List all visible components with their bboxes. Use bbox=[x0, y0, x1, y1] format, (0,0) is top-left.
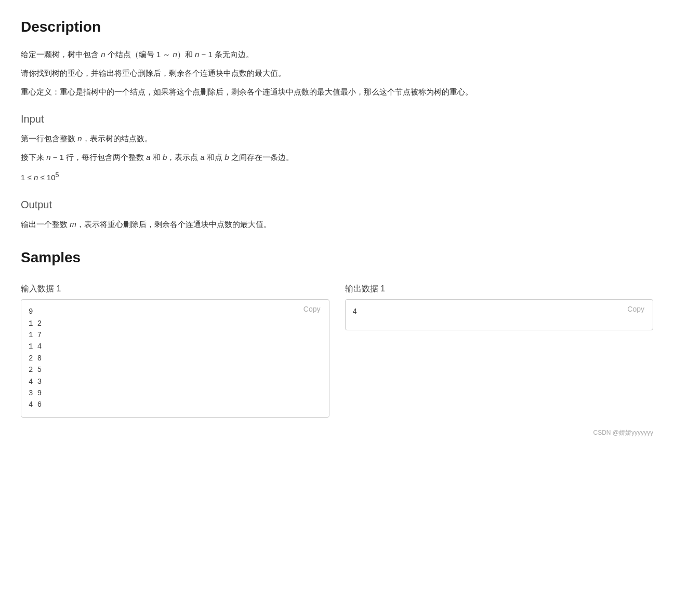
sample-output-col: 输出数据 1 Copy 4 bbox=[345, 282, 654, 331]
samples-title: Samples bbox=[21, 246, 653, 270]
description-block: 给定一颗树，树中包含 n 个结点（编号 1 ～ n）和 n − 1 条无向边。 … bbox=[21, 48, 653, 98]
description-para-2: 请你找到树的重心，并输出将重心删除后，剩余各个连通块中点数的最大值。 bbox=[21, 67, 653, 79]
input-para-1: 第一行包含整数 n，表示树的结点数。 bbox=[21, 132, 653, 145]
samples-section: Samples 输入数据 1 Copy 9 1 2 1 7 1 4 2 8 2 … bbox=[21, 246, 653, 418]
input-constraint: 1 ≤ n ≤ 105 bbox=[21, 170, 653, 184]
output-para-1: 输出一个整数 m，表示将重心删除后，剩余各个连通块中点数的最大值。 bbox=[21, 218, 653, 231]
output-block: 输出一个整数 m，表示将重心删除后，剩余各个连通块中点数的最大值。 bbox=[21, 218, 653, 231]
samples-grid: 输入数据 1 Copy 9 1 2 1 7 1 4 2 8 2 5 4 3 3 … bbox=[21, 282, 653, 418]
sample-output-content: 4 bbox=[353, 306, 646, 317]
description-para-3: 重心定义：重心是指树中的一个结点，如果将这个点删除后，剩余各个连通块中点数的最大… bbox=[21, 86, 653, 98]
input-block: 第一行包含整数 n，表示树的结点数。 接下来 n − 1 行，每行包含两个整数 … bbox=[21, 132, 653, 184]
sample-output-label: 输出数据 1 bbox=[345, 282, 654, 296]
sample-input-col: 输入数据 1 Copy 9 1 2 1 7 1 4 2 8 2 5 4 3 3 … bbox=[21, 282, 329, 418]
sample-input-label: 输入数据 1 bbox=[21, 282, 329, 296]
watermark: CSDN @娇娇yyyyyyy bbox=[21, 428, 653, 438]
copy-output-button[interactable]: Copy bbox=[624, 304, 647, 314]
sample-input-content: 9 1 2 1 7 1 4 2 8 2 5 4 3 3 9 4 6 bbox=[29, 306, 322, 411]
description-para-1: 给定一颗树，树中包含 n 个结点（编号 1 ～ n）和 n − 1 条无向边。 bbox=[21, 48, 653, 61]
input-para-2: 接下来 n − 1 行，每行包含两个整数 a 和 b，表示点 a 和点 b 之间… bbox=[21, 151, 653, 164]
output-title: Output bbox=[21, 196, 653, 213]
copy-input-button[interactable]: Copy bbox=[300, 304, 324, 314]
description-title: Description bbox=[21, 16, 653, 39]
sample-input-box: Copy 9 1 2 1 7 1 4 2 8 2 5 4 3 3 9 4 6 bbox=[21, 299, 329, 418]
input-title: Input bbox=[21, 111, 653, 127]
sample-output-box: Copy 4 bbox=[345, 299, 654, 330]
